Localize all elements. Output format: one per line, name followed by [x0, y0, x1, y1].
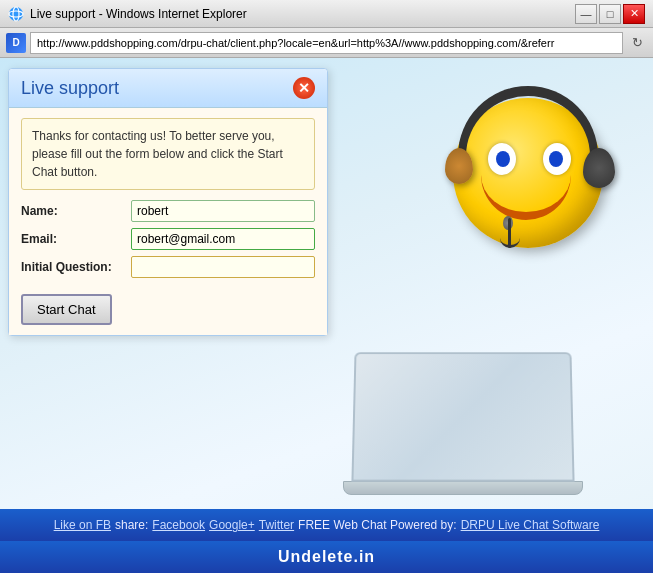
question-label: Initial Question: [21, 260, 131, 274]
panel-header: Live support ✕ [9, 69, 327, 108]
google-plus-link[interactable]: Google+ [209, 518, 255, 532]
address-bar: D ↻ [0, 28, 653, 58]
watermark-text: Undelete.in [278, 548, 375, 566]
browser-content: Live support ✕ Thanks for contacting us!… [0, 58, 653, 541]
powered-by-text: FREE Web Chat Powered by: [298, 518, 457, 532]
minimize-button[interactable]: — [575, 4, 597, 24]
emoji-eye-left [488, 143, 516, 175]
ie-icon [8, 6, 24, 22]
footer-bar: Like on FB share: Facebook Google+ Twitt… [0, 509, 653, 541]
laptop-screen [351, 352, 574, 482]
laptop-base [343, 481, 583, 495]
maximize-button[interactable]: □ [599, 4, 621, 24]
title-bar: Live support - Windows Internet Explorer… [0, 0, 653, 28]
name-input[interactable] [131, 200, 315, 222]
panel-close-button[interactable]: ✕ [293, 77, 315, 99]
drpu-link[interactable]: DRPU Live Chat Software [461, 518, 600, 532]
browser-icon: D [6, 33, 26, 53]
laptop [323, 351, 603, 511]
headphone-band [458, 86, 598, 156]
info-text: Thanks for contacting us! To better serv… [21, 118, 315, 190]
window-controls: — □ ✕ [575, 4, 645, 24]
emoji-pupil-left [496, 151, 510, 167]
panel-title: Live support [21, 78, 119, 99]
close-window-button[interactable]: ✕ [623, 4, 645, 24]
name-row: Name: [21, 200, 315, 222]
headphone-right [583, 148, 615, 188]
emoji-mascot [453, 98, 613, 258]
refresh-button[interactable]: ↻ [627, 33, 647, 53]
like-on-fb-link[interactable]: Like on FB [54, 518, 111, 532]
headphone-left [445, 148, 473, 184]
share-text: share: [115, 518, 148, 532]
facebook-link[interactable]: Facebook [152, 518, 205, 532]
emoji-circle [453, 98, 603, 248]
live-support-panel: Live support ✕ Thanks for contacting us!… [8, 68, 328, 336]
watermark-bar: Undelete.in [0, 541, 653, 573]
twitter-link[interactable]: Twitter [259, 518, 294, 532]
name-label: Name: [21, 204, 131, 218]
panel-body: Thanks for contacting us! To better serv… [9, 108, 327, 335]
emoji-eye-right [543, 143, 571, 175]
svg-point-0 [9, 7, 23, 21]
email-input[interactable] [131, 228, 315, 250]
window-title: Live support - Windows Internet Explorer [30, 7, 569, 21]
email-row: Email: [21, 228, 315, 250]
address-input[interactable] [30, 32, 623, 54]
start-chat-button[interactable]: Start Chat [21, 294, 112, 325]
question-input[interactable] [131, 256, 315, 278]
emoji-pupil-right [549, 151, 563, 167]
mic-arm [508, 218, 511, 248]
question-row: Initial Question: [21, 256, 315, 278]
email-label: Email: [21, 232, 131, 246]
emoji-smile [481, 175, 571, 220]
